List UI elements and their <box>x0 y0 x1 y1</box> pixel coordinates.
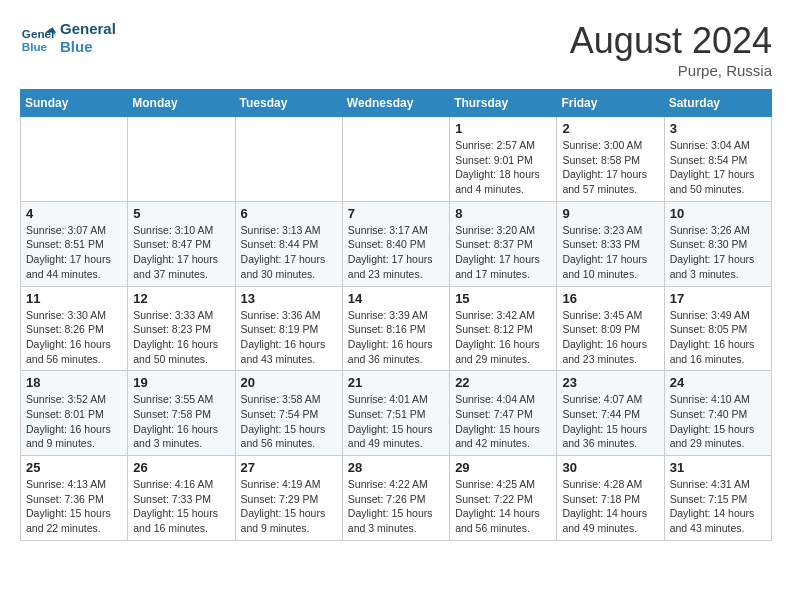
calendar-cell: 26Sunrise: 4:16 AMSunset: 7:33 PMDayligh… <box>128 456 235 541</box>
calendar-week-5: 25Sunrise: 4:13 AMSunset: 7:36 PMDayligh… <box>21 456 772 541</box>
calendar-cell: 14Sunrise: 3:39 AMSunset: 8:16 PMDayligh… <box>342 286 449 371</box>
day-info: Sunrise: 3:42 AMSunset: 8:12 PMDaylight:… <box>455 308 551 367</box>
calendar-cell: 27Sunrise: 4:19 AMSunset: 7:29 PMDayligh… <box>235 456 342 541</box>
day-info: Sunrise: 3:33 AMSunset: 8:23 PMDaylight:… <box>133 308 229 367</box>
day-number: 5 <box>133 206 229 221</box>
day-info: Sunrise: 3:39 AMSunset: 8:16 PMDaylight:… <box>348 308 444 367</box>
day-header-sunday: Sunday <box>21 90 128 117</box>
day-number: 28 <box>348 460 444 475</box>
day-info: Sunrise: 3:49 AMSunset: 8:05 PMDaylight:… <box>670 308 766 367</box>
calendar-cell: 8Sunrise: 3:20 AMSunset: 8:37 PMDaylight… <box>450 201 557 286</box>
day-info: Sunrise: 4:25 AMSunset: 7:22 PMDaylight:… <box>455 477 551 536</box>
day-number: 10 <box>670 206 766 221</box>
day-info: Sunrise: 3:52 AMSunset: 8:01 PMDaylight:… <box>26 392 122 451</box>
calendar-cell: 25Sunrise: 4:13 AMSunset: 7:36 PMDayligh… <box>21 456 128 541</box>
calendar-table: SundayMondayTuesdayWednesdayThursdayFrid… <box>20 89 772 541</box>
day-number: 21 <box>348 375 444 390</box>
calendar-cell: 3Sunrise: 3:04 AMSunset: 8:54 PMDaylight… <box>664 117 771 202</box>
day-number: 16 <box>562 291 658 306</box>
day-info: Sunrise: 3:13 AMSunset: 8:44 PMDaylight:… <box>241 223 337 282</box>
day-info: Sunrise: 4:07 AMSunset: 7:44 PMDaylight:… <box>562 392 658 451</box>
day-info: Sunrise: 4:31 AMSunset: 7:15 PMDaylight:… <box>670 477 766 536</box>
day-number: 31 <box>670 460 766 475</box>
day-info: Sunrise: 3:23 AMSunset: 8:33 PMDaylight:… <box>562 223 658 282</box>
day-number: 8 <box>455 206 551 221</box>
logo-text-general: General <box>60 20 116 38</box>
calendar-cell: 17Sunrise: 3:49 AMSunset: 8:05 PMDayligh… <box>664 286 771 371</box>
calendar-week-2: 4Sunrise: 3:07 AMSunset: 8:51 PMDaylight… <box>21 201 772 286</box>
calendar-cell: 11Sunrise: 3:30 AMSunset: 8:26 PMDayligh… <box>21 286 128 371</box>
calendar-cell <box>21 117 128 202</box>
month-year-title: August 2024 <box>570 20 772 62</box>
calendar-cell: 7Sunrise: 3:17 AMSunset: 8:40 PMDaylight… <box>342 201 449 286</box>
logo: General Blue General Blue <box>20 20 116 56</box>
day-info: Sunrise: 3:17 AMSunset: 8:40 PMDaylight:… <box>348 223 444 282</box>
day-info: Sunrise: 4:04 AMSunset: 7:47 PMDaylight:… <box>455 392 551 451</box>
page-header: General Blue General Blue August 2024 Pu… <box>20 20 772 79</box>
calendar-cell <box>128 117 235 202</box>
day-number: 29 <box>455 460 551 475</box>
day-number: 26 <box>133 460 229 475</box>
day-number: 23 <box>562 375 658 390</box>
location-label: Purpe, Russia <box>570 62 772 79</box>
day-info: Sunrise: 4:28 AMSunset: 7:18 PMDaylight:… <box>562 477 658 536</box>
day-number: 24 <box>670 375 766 390</box>
calendar-week-3: 11Sunrise: 3:30 AMSunset: 8:26 PMDayligh… <box>21 286 772 371</box>
day-header-saturday: Saturday <box>664 90 771 117</box>
day-info: Sunrise: 3:36 AMSunset: 8:19 PMDaylight:… <box>241 308 337 367</box>
day-number: 25 <box>26 460 122 475</box>
calendar-cell: 9Sunrise: 3:23 AMSunset: 8:33 PMDaylight… <box>557 201 664 286</box>
day-info: Sunrise: 2:57 AMSunset: 9:01 PMDaylight:… <box>455 138 551 197</box>
calendar-cell: 31Sunrise: 4:31 AMSunset: 7:15 PMDayligh… <box>664 456 771 541</box>
day-number: 4 <box>26 206 122 221</box>
calendar-cell: 12Sunrise: 3:33 AMSunset: 8:23 PMDayligh… <box>128 286 235 371</box>
day-number: 12 <box>133 291 229 306</box>
calendar-cell: 28Sunrise: 4:22 AMSunset: 7:26 PMDayligh… <box>342 456 449 541</box>
calendar-week-4: 18Sunrise: 3:52 AMSunset: 8:01 PMDayligh… <box>21 371 772 456</box>
day-number: 6 <box>241 206 337 221</box>
calendar-cell: 21Sunrise: 4:01 AMSunset: 7:51 PMDayligh… <box>342 371 449 456</box>
logo-icon: General Blue <box>20 20 56 56</box>
day-header-wednesday: Wednesday <box>342 90 449 117</box>
calendar-cell: 20Sunrise: 3:58 AMSunset: 7:54 PMDayligh… <box>235 371 342 456</box>
day-info: Sunrise: 4:19 AMSunset: 7:29 PMDaylight:… <box>241 477 337 536</box>
day-info: Sunrise: 3:20 AMSunset: 8:37 PMDaylight:… <box>455 223 551 282</box>
calendar-cell: 15Sunrise: 3:42 AMSunset: 8:12 PMDayligh… <box>450 286 557 371</box>
day-info: Sunrise: 3:00 AMSunset: 8:58 PMDaylight:… <box>562 138 658 197</box>
calendar-cell: 1Sunrise: 2:57 AMSunset: 9:01 PMDaylight… <box>450 117 557 202</box>
calendar-cell <box>235 117 342 202</box>
day-info: Sunrise: 3:55 AMSunset: 7:58 PMDaylight:… <box>133 392 229 451</box>
calendar-cell: 19Sunrise: 3:55 AMSunset: 7:58 PMDayligh… <box>128 371 235 456</box>
day-number: 27 <box>241 460 337 475</box>
calendar-cell: 6Sunrise: 3:13 AMSunset: 8:44 PMDaylight… <box>235 201 342 286</box>
calendar-cell: 18Sunrise: 3:52 AMSunset: 8:01 PMDayligh… <box>21 371 128 456</box>
calendar-cell: 5Sunrise: 3:10 AMSunset: 8:47 PMDaylight… <box>128 201 235 286</box>
day-header-friday: Friday <box>557 90 664 117</box>
day-info: Sunrise: 3:45 AMSunset: 8:09 PMDaylight:… <box>562 308 658 367</box>
svg-text:Blue: Blue <box>22 40 48 53</box>
day-header-monday: Monday <box>128 90 235 117</box>
day-number: 13 <box>241 291 337 306</box>
calendar-cell: 22Sunrise: 4:04 AMSunset: 7:47 PMDayligh… <box>450 371 557 456</box>
day-number: 1 <box>455 121 551 136</box>
title-block: August 2024 Purpe, Russia <box>570 20 772 79</box>
day-number: 30 <box>562 460 658 475</box>
calendar-cell: 24Sunrise: 4:10 AMSunset: 7:40 PMDayligh… <box>664 371 771 456</box>
calendar-cell: 2Sunrise: 3:00 AMSunset: 8:58 PMDaylight… <box>557 117 664 202</box>
day-info: Sunrise: 4:16 AMSunset: 7:33 PMDaylight:… <box>133 477 229 536</box>
day-info: Sunrise: 4:22 AMSunset: 7:26 PMDaylight:… <box>348 477 444 536</box>
day-number: 2 <box>562 121 658 136</box>
calendar-cell <box>342 117 449 202</box>
calendar-cell: 29Sunrise: 4:25 AMSunset: 7:22 PMDayligh… <box>450 456 557 541</box>
day-info: Sunrise: 4:01 AMSunset: 7:51 PMDaylight:… <box>348 392 444 451</box>
day-header-thursday: Thursday <box>450 90 557 117</box>
day-info: Sunrise: 3:26 AMSunset: 8:30 PMDaylight:… <box>670 223 766 282</box>
calendar-header-row: SundayMondayTuesdayWednesdayThursdayFrid… <box>21 90 772 117</box>
calendar-cell: 13Sunrise: 3:36 AMSunset: 8:19 PMDayligh… <box>235 286 342 371</box>
day-number: 7 <box>348 206 444 221</box>
day-info: Sunrise: 3:30 AMSunset: 8:26 PMDaylight:… <box>26 308 122 367</box>
day-number: 11 <box>26 291 122 306</box>
day-info: Sunrise: 3:04 AMSunset: 8:54 PMDaylight:… <box>670 138 766 197</box>
day-number: 15 <box>455 291 551 306</box>
calendar-cell: 4Sunrise: 3:07 AMSunset: 8:51 PMDaylight… <box>21 201 128 286</box>
